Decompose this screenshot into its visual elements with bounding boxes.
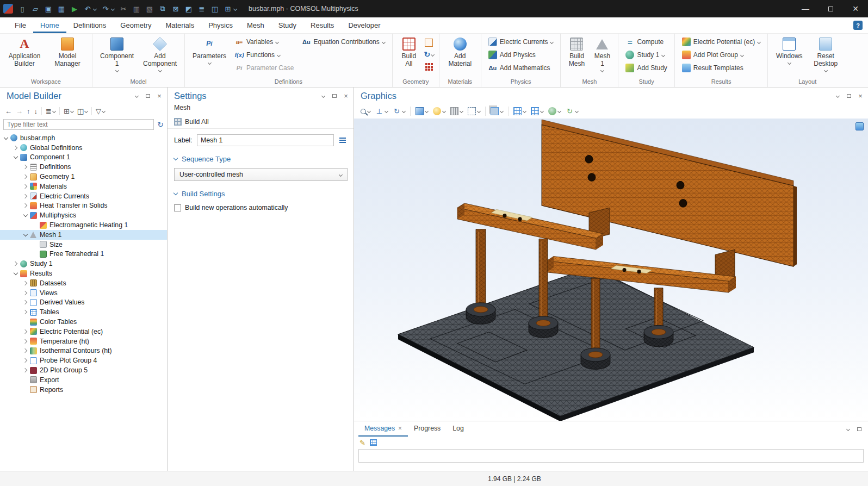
tree-item-heat-transfer[interactable]: Heat Transfer in Solids xyxy=(0,201,167,211)
tree-item-color-tables[interactable]: Color Tables xyxy=(0,317,167,327)
close-button[interactable]: ✕ xyxy=(843,0,868,17)
plot-icon[interactable]: ⊞ xyxy=(222,3,234,15)
tree-item-derived-values[interactable]: Derived Values xyxy=(0,298,167,308)
customize-toolbar-icon[interactable] xyxy=(233,7,237,10)
electric-currents-button[interactable]: Electric Currents xyxy=(485,36,557,48)
chevron-down-icon[interactable] xyxy=(12,154,19,161)
chevron-right-icon[interactable] xyxy=(22,279,29,286)
tab-progress[interactable]: Progress xyxy=(408,421,447,437)
menu-definitions[interactable]: Definitions xyxy=(66,17,114,33)
forward-icon[interactable]: → xyxy=(14,105,24,116)
save-as-icon[interactable]: ▦ xyxy=(55,3,67,15)
add-plot-group-button[interactable]: Add Plot Group xyxy=(679,49,764,61)
sequence-type-select[interactable]: User-controlled mesh xyxy=(174,168,348,181)
label-input[interactable] xyxy=(197,134,334,146)
panel-menu-icon[interactable] xyxy=(320,92,326,99)
tab-log[interactable]: Log xyxy=(447,421,470,437)
panel-menu-icon[interactable] xyxy=(845,426,851,432)
tree-item-datasets[interactable]: Datasets xyxy=(0,278,167,288)
redo-caret-icon[interactable] xyxy=(111,7,115,10)
tree-item-results[interactable]: Results xyxy=(0,269,167,278)
chevron-right-icon[interactable] xyxy=(22,299,29,306)
build-new-operations-checkbox[interactable] xyxy=(174,204,181,211)
chevron-right-icon[interactable] xyxy=(22,328,29,335)
view-settings-button[interactable] xyxy=(413,105,430,117)
filter-icon[interactable]: ▽ xyxy=(94,105,107,116)
build-settings-section[interactable]: Build Settings xyxy=(174,190,347,198)
chevron-right-icon[interactable] xyxy=(12,144,19,151)
chevron-down-icon[interactable] xyxy=(22,231,29,238)
electric-potential-button[interactable]: Electric Potential (ec) xyxy=(679,36,764,48)
chevron-right-icon[interactable] xyxy=(22,357,29,364)
duplicate-icon[interactable]: ⧉ xyxy=(157,3,169,15)
tree-item-2d-plot-group[interactable]: 2D Plot Group 5 xyxy=(0,365,167,375)
run-icon[interactable]: ▶ xyxy=(69,3,80,15)
remove-details-button[interactable] xyxy=(423,61,435,72)
paste-icon[interactable]: ▧ xyxy=(144,3,156,15)
chevron-right-icon[interactable] xyxy=(22,338,29,345)
rebuild-geometry-button[interactable]: ↻ xyxy=(423,49,435,60)
build-all-button[interactable]: Build All xyxy=(185,118,209,126)
reset-desktop-button[interactable]: Reset Desktop xyxy=(808,36,843,73)
move-up-icon[interactable]: ↑ xyxy=(25,105,32,116)
table-button[interactable] xyxy=(529,105,545,117)
rename-icon[interactable] xyxy=(337,135,348,146)
table-icon[interactable] xyxy=(370,439,377,446)
save-icon[interactable]: ▣ xyxy=(42,3,54,15)
parameter-case-button[interactable]: Pi Parameter Case xyxy=(232,62,297,74)
float-panel-icon[interactable] xyxy=(856,426,863,432)
tree-item-isothermal-contours[interactable]: Isothermal Contours (ht) xyxy=(0,346,167,356)
tab-messages[interactable]: Messages xyxy=(358,421,408,437)
minimize-button[interactable]: — xyxy=(793,0,818,17)
chevron-down-icon[interactable] xyxy=(12,270,19,277)
import-geometry-button[interactable] xyxy=(423,37,435,48)
chevron-right-icon[interactable] xyxy=(22,192,29,200)
refresh-icon[interactable]: ↻ xyxy=(157,120,164,129)
close-panel-icon[interactable] xyxy=(156,92,163,99)
messages-content[interactable] xyxy=(358,449,864,463)
plot-tools-icon[interactable] xyxy=(855,122,864,130)
menu-study[interactable]: Study xyxy=(271,17,303,33)
menu-geometry[interactable]: Geometry xyxy=(113,17,158,33)
tree-item-tables[interactable]: Tables xyxy=(0,307,167,317)
menu-developer[interactable]: Developer xyxy=(341,17,387,33)
chevron-right-icon[interactable] xyxy=(22,347,29,354)
clear-messages-icon[interactable]: ✎ xyxy=(359,439,365,447)
add-material-button[interactable]: Add Material xyxy=(443,36,477,70)
tree-item-mesh-1[interactable]: Mesh 1 xyxy=(0,230,167,240)
scene-button[interactable] xyxy=(546,105,563,117)
chevron-down-icon[interactable] xyxy=(2,134,9,141)
scene-light-button[interactable] xyxy=(431,105,448,117)
compute-button[interactable]: = Compute xyxy=(622,36,670,48)
undo-icon[interactable]: ↶ xyxy=(82,3,94,15)
maximize-button[interactable] xyxy=(818,0,843,17)
compute-icon[interactable]: ≣ xyxy=(196,3,208,15)
add-physics-button[interactable]: Add Physics xyxy=(485,49,557,61)
redo-icon[interactable]: ↷ xyxy=(100,3,111,15)
update-button[interactable]: ↻ xyxy=(563,105,580,117)
menu-file[interactable]: File xyxy=(8,17,33,33)
build-mesh-button[interactable]: Build Mesh xyxy=(565,36,588,70)
study-1-button[interactable]: Study 1 xyxy=(622,49,670,61)
tree-item-electric-currents[interactable]: Electric Currents xyxy=(0,191,167,201)
menu-materials[interactable]: Materials xyxy=(158,17,201,33)
tree-item-size[interactable]: Size xyxy=(0,240,167,250)
help-icon[interactable] xyxy=(853,21,863,30)
menu-results[interactable]: Results xyxy=(303,17,341,33)
tree-item-export[interactable]: Export xyxy=(0,375,167,385)
evaluate-icon[interactable]: ◫ xyxy=(209,3,221,15)
filter-input[interactable] xyxy=(3,119,154,130)
close-tab-icon[interactable] xyxy=(398,425,402,432)
application-builder-button[interactable]: A Application Builder xyxy=(4,36,45,72)
material-rendering-button[interactable] xyxy=(448,105,465,117)
tree-item-definitions[interactable]: Definitions xyxy=(0,162,167,172)
tree-item-electric-potential[interactable]: Electric Potential (ec) xyxy=(0,327,167,337)
undo-caret-icon[interactable] xyxy=(93,7,97,10)
tree-item-busbar[interactable]: busbar.mph xyxy=(0,133,167,143)
model-manager-button[interactable]: Model Manager xyxy=(47,36,88,72)
3d-viewport[interactable] xyxy=(354,119,868,421)
tree-item-global-definitions[interactable]: Global Definitions xyxy=(0,143,167,153)
geometry-build-all-button[interactable]: Build All xyxy=(396,36,421,70)
menu-mesh[interactable]: Mesh xyxy=(240,17,271,33)
collapse-tree-icon[interactable]: ≣ xyxy=(44,105,57,116)
